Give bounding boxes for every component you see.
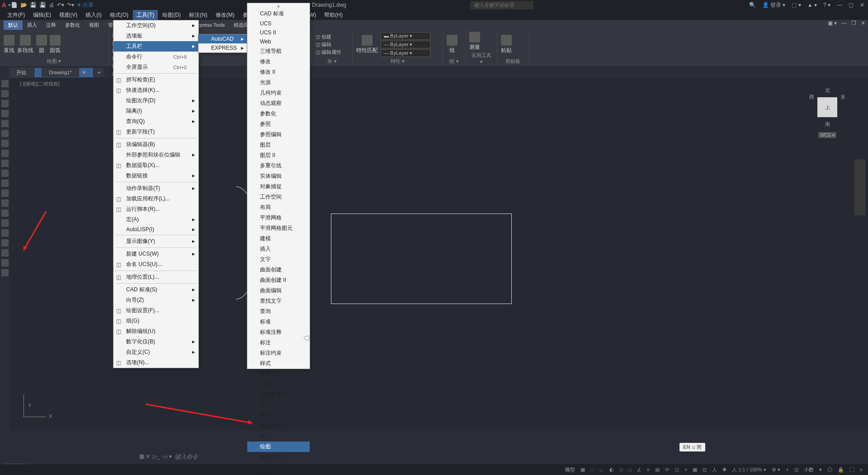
toolsmenu-item[interactable]: 命令行Ctrl+9 (113, 52, 198, 62)
status-am-icon[interactable]: 人 (710, 466, 719, 474)
menu-格式(O)[interactable]: 格式(O) (106, 10, 132, 20)
menu-插入(I)[interactable]: 插入(I) (82, 10, 105, 20)
status-qp-icon[interactable]: ▦ (691, 466, 699, 474)
toolbar-item-组[interactable]: 组 (247, 431, 310, 442)
toolbar-item-标注[interactable]: 标注 (247, 337, 310, 348)
lefttool-5[interactable] (1, 130, 9, 137)
toolsmenu-item[interactable]: ◫运行脚本(R)... (113, 204, 198, 214)
layer-weight-dropdown[interactable]: — ByLayer ▾ (381, 49, 430, 57)
tab-drawing1[interactable]: Drawing1* ✕ (34, 68, 93, 77)
status-annotation-icon[interactable]: ⊡ (793, 466, 800, 474)
open-icon[interactable]: 📂 (20, 2, 27, 8)
toolbar-item-文字[interactable]: 文字 (247, 254, 310, 265)
help-icon[interactable]: ? ▾ (823, 2, 830, 8)
toolbar-item-标注约束[interactable]: 标注约束 (247, 348, 310, 358)
toolsmenu-item[interactable]: 全屏显示Ctrl+0 (113, 62, 198, 72)
status-otrack-icon[interactable]: ∠ (635, 466, 643, 474)
lefttool-0[interactable] (1, 80, 9, 87)
toolbar-item-样式[interactable]: 样式 (247, 358, 310, 369)
status-ortho-icon[interactable]: ∟ (597, 466, 606, 473)
toolbar-item-渲染[interactable]: 渲染 (247, 379, 310, 390)
tool-圆弧[interactable]: 圆弧 (50, 35, 61, 54)
toolsmenu-item[interactable]: 查询(Q) (113, 116, 198, 127)
toolbar-item-UCS[interactable]: UCS (247, 19, 310, 28)
toolsmenu-item[interactable]: ◫绘图设置(F)... (113, 305, 198, 316)
ribbon-collapse-icon[interactable]: ▣ ▾ (828, 20, 837, 26)
toolsmenu-item[interactable]: 数据链接 (113, 171, 198, 181)
ribbontab-2[interactable]: 注释 (42, 20, 61, 30)
status-transparency-icon[interactable]: ▤ (653, 466, 661, 474)
toolbar-item-多重引线[interactable]: 多重引线 (247, 161, 310, 171)
status-grid-icon[interactable]: ▦ (579, 466, 587, 474)
toolsmenu-item[interactable]: ◫选项(N)... (113, 357, 198, 368)
viewcube-west[interactable]: 西 (809, 94, 814, 121)
toolsmenu-item[interactable]: ◫组(G) (113, 316, 198, 326)
lefttool-4[interactable] (1, 120, 9, 127)
toolbar-item-CAD 标准[interactable]: CAD 标准 (247, 9, 310, 19)
toolbar-item-平滑网格图元[interactable]: 平滑网格图元 (247, 223, 310, 233)
toolbar-item-查找文字[interactable]: 查找文字 (247, 296, 310, 306)
toolsmenu-item[interactable]: 工作空间(O) (113, 20, 198, 31)
toolbar-item-漫游和飞行[interactable]: 漫游和飞行 (247, 390, 310, 400)
lefttool-18[interactable] (1, 259, 9, 266)
menu-绘图(D)[interactable]: 绘图(D) (159, 10, 184, 20)
tool-圆[interactable]: 圆 (36, 35, 47, 54)
toolsmenu-item[interactable]: ◫加载应用程序(L)... (113, 194, 198, 204)
toolbar-item-三维导航[interactable]: 三维导航 (247, 46, 310, 57)
toolbar-item-参照编辑[interactable]: 参照编辑 (247, 129, 310, 140)
app-icon2[interactable]: ▲ ▾ (807, 2, 817, 8)
doc-close-icon[interactable]: ✕ (861, 20, 865, 26)
menu-编辑(E)[interactable]: 编辑(E) (29, 10, 55, 20)
measure-button[interactable]: 测量 (469, 32, 480, 51)
toolbar-item-测量工具[interactable]: 测量工具 (247, 369, 310, 379)
nav-orbit-icon[interactable] (854, 194, 865, 203)
toolbar-item-插入[interactable]: 插入 (247, 244, 310, 254)
toolbar-item-工作空间[interactable]: 工作空间 (247, 192, 310, 202)
toolbar-item-UCS II[interactable]: UCS II (247, 28, 310, 37)
cmd-close-icon[interactable]: ▦ ✕ (139, 453, 150, 460)
viewcube[interactable]: 北 西上东 南 WCS ▾ (809, 87, 845, 132)
minimize-icon[interactable]: — (837, 2, 842, 8)
toolbar-item-参数化[interactable]: 参数化 (247, 109, 310, 119)
toolbar-item-标准[interactable]: 标准 (247, 317, 310, 327)
lefttool-10[interactable] (1, 180, 9, 187)
toolsmenu-item[interactable]: 工具栏 (113, 41, 198, 52)
toolsmenu-item[interactable]: 数字化仪(B) (113, 337, 198, 347)
toolsmenu-item[interactable]: 向导(Z) (113, 295, 198, 305)
group-button[interactable]: 组 (447, 35, 458, 54)
wcs-dropdown[interactable]: WCS ▾ (818, 132, 836, 138)
lefttool-12[interactable] (1, 200, 9, 207)
toolsmenu-item[interactable]: 动作录制器(T) (113, 183, 198, 194)
menu-文件(F)[interactable]: 文件(F) (4, 10, 28, 20)
paste-button[interactable]: 粘贴 (501, 35, 512, 54)
command-bar[interactable]: ▦ ✕ ▷_ ▭ ▾ (136, 451, 732, 461)
toolsmenu-item[interactable]: ◫块编辑器(B) (113, 139, 198, 150)
lefttool-11[interactable] (1, 190, 9, 197)
toolbar-item-曲面创建[interactable]: 曲面创建 (247, 265, 310, 275)
menu-视图(V)[interactable]: 视图(V) (56, 10, 81, 20)
toolbar-item-曲面创建 II[interactable]: 曲面创建 II (247, 275, 310, 285)
status-units[interactable]: 小数 (802, 466, 816, 473)
toolbar-item-建模[interactable]: 建模 (247, 233, 310, 244)
menu-scroll-up-icon[interactable]: ▲ (247, 3, 310, 9)
saveas-icon[interactable]: 💾 (39, 2, 46, 8)
ribbontab-3[interactable]: 参数化 (61, 20, 85, 30)
lefttool-17[interactable] (1, 249, 9, 256)
toolbar-item-光源[interactable]: 光源 (247, 77, 310, 88)
status-iso-icon[interactable]: ◇ (618, 466, 625, 474)
tool-编辑属性[interactable]: ◫ 编辑属性 (316, 49, 341, 56)
share-icon[interactable]: ✈ 共享 (77, 1, 94, 9)
lefttool-6[interactable] (1, 140, 9, 147)
toolbar-item-动态观察[interactable]: 动态观察 (247, 98, 310, 109)
toolsmenu-item[interactable]: ◫地理位置(L)... (113, 272, 198, 282)
toolbar-item-曲面编辑[interactable]: 曲面编辑 (247, 285, 310, 296)
toolsmenu-item[interactable]: 宏(A) (113, 214, 198, 225)
toolbar-item-绘图次序, 注释前置[interactable]: 绘图次序, 注释前置 (247, 462, 310, 475)
cmd-customize-icon[interactable]: ▭ ▾ (163, 453, 172, 460)
toolbar-item-Web[interactable]: Web (247, 37, 310, 46)
toolbar-item-实体编辑[interactable]: 实体编辑 (247, 171, 310, 181)
toolbar-item-参照[interactable]: 参照 (247, 119, 310, 129)
status-osnap-icon[interactable]: □ (627, 466, 633, 473)
status-ws-icon[interactable]: ▾ (817, 466, 824, 474)
ribbontab-4[interactable]: 视图 (85, 20, 104, 30)
